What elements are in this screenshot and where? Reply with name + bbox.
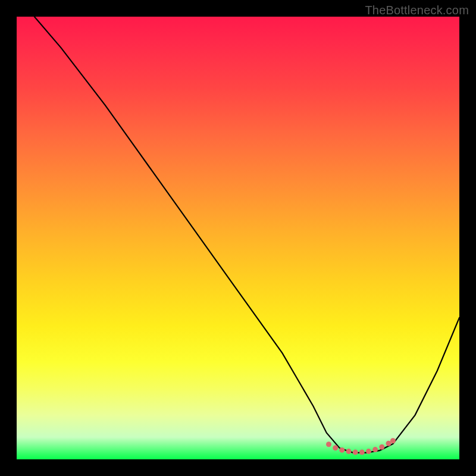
optimal-marker bbox=[339, 447, 345, 453]
optimal-marker bbox=[346, 449, 352, 454]
bottleneck-curve-path bbox=[35, 17, 459, 453]
watermark-text: TheBottleneck.com bbox=[365, 4, 469, 17]
optimal-marker bbox=[326, 441, 331, 447]
optimal-marker bbox=[359, 450, 365, 455]
optimal-range-markers-group bbox=[326, 438, 396, 455]
optimal-marker bbox=[390, 438, 396, 443]
chart-svg bbox=[17, 17, 459, 459]
plot-area bbox=[17, 17, 459, 459]
optimal-marker bbox=[379, 444, 384, 450]
optimal-marker bbox=[333, 445, 338, 450]
optimal-marker bbox=[372, 447, 378, 452]
optimal-marker bbox=[366, 449, 371, 454]
optimal-marker bbox=[353, 450, 358, 455]
